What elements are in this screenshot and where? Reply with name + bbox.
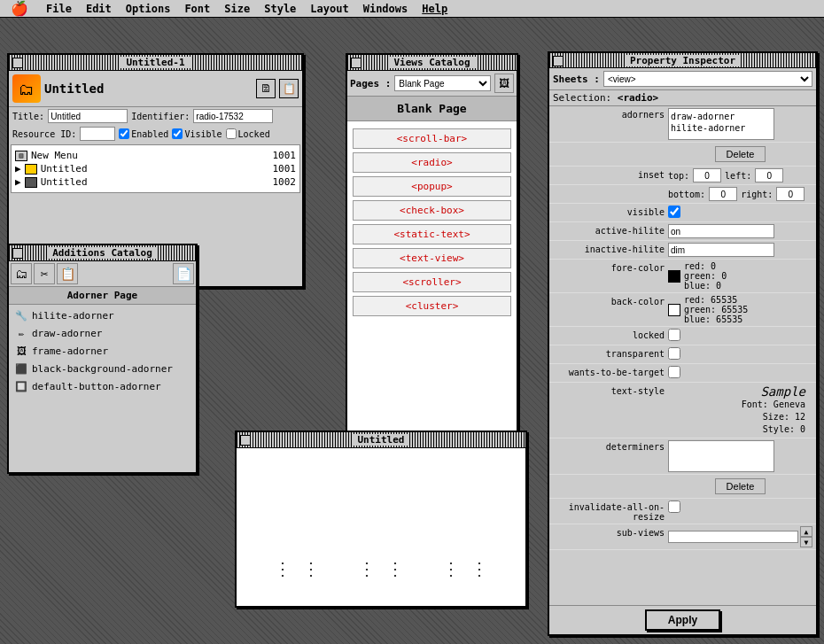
doc-btn-1[interactable]: 🖺: [256, 79, 276, 98]
visible-check[interactable]: [668, 206, 680, 218]
left-label: left:: [725, 171, 751, 181]
view-item[interactable]: <popup>: [353, 176, 511, 197]
delete-row: Delete: [549, 143, 816, 167]
adorners-value: draw-adorner hilite-adorner: [668, 108, 812, 140]
doc-btn-2[interactable]: 📋: [279, 79, 299, 98]
additions-catalog-titlebar[interactable]: Additions Catalog: [9, 245, 196, 261]
fore-red: red: 0: [684, 261, 727, 271]
identifier-input[interactable]: [193, 109, 273, 123]
subviews-down[interactable]: ▼: [800, 537, 812, 547]
dot-group-2: ⋮ ⋮: [358, 558, 404, 579]
menu-layout[interactable]: Layout: [303, 3, 355, 15]
text-style-row: text-style Sample Font: Geneva Size: 12 …: [549, 383, 816, 438]
determiners-box: [668, 440, 774, 472]
view-item[interactable]: <radio>: [353, 152, 511, 173]
additions-catalog-title: Additions Catalog: [47, 247, 158, 259]
selection-value: <radio>: [618, 92, 658, 104]
folder-filled-icon: [25, 177, 37, 188]
sample-text: Sample: [668, 384, 812, 399]
cat-btn-2[interactable]: ✂: [34, 263, 55, 284]
visible-label: visible: [553, 206, 668, 217]
subviews-up[interactable]: ▲: [800, 526, 812, 537]
sheets-select[interactable]: <view>: [603, 71, 812, 87]
left-input[interactable]: [755, 168, 783, 182]
tree-area: ▤ New Menu 1001 ▶ Untitled 1001 ▶ Untitl…: [11, 144, 300, 193]
adorner-icon: 🖼: [14, 344, 28, 358]
wants-target-row: wants-to-be-target: [549, 364, 816, 383]
title-input[interactable]: [48, 109, 128, 123]
fore-color-label: fore-color: [553, 261, 668, 273]
untitled1-titlebar[interactable]: Untitled-1: [9, 55, 302, 71]
delete2-button[interactable]: Delete: [715, 478, 766, 494]
transparent-check[interactable]: [668, 347, 680, 360]
folder-icon: [25, 164, 37, 175]
view-item[interactable]: <scroller>: [353, 272, 511, 292]
list-item: ⬛ black-background-adorner: [11, 360, 194, 377]
view-item[interactable]: <check-box>: [353, 200, 511, 221]
resource-id-input[interactable]: [80, 127, 115, 141]
property-inspector-titlebar[interactable]: Property Inspector: [549, 53, 816, 68]
locked-checkbox[interactable]: Locked: [226, 128, 270, 139]
back-green: green: 65535: [684, 305, 748, 314]
menu-style[interactable]: Style: [257, 3, 303, 15]
bottom-input[interactable]: [709, 187, 737, 201]
back-color-row: back-color red: 65535 green: 65535 blue:…: [549, 293, 816, 327]
bottom-label: bottom:: [668, 190, 705, 199]
wants-target-check[interactable]: [668, 366, 680, 378]
views-btn[interactable]: 🖼: [494, 74, 514, 93]
tree-item: ▶ Untitled 1001: [15, 162, 296, 175]
right-input[interactable]: [776, 187, 805, 201]
menu-windows[interactable]: Windows: [356, 3, 416, 15]
active-hilite-label: active-hilite: [553, 224, 668, 236]
wants-target-label: wants-to-be-target: [553, 366, 668, 377]
transparent-row: transparent: [549, 345, 816, 364]
invalidate-label: invalidate-all-on-resize: [553, 500, 668, 522]
inactive-hilite-label: inactive-hilite: [553, 243, 668, 254]
inactive-hilite-input[interactable]: [668, 243, 774, 257]
top-input[interactable]: [693, 168, 721, 182]
views-catalog-title: Views Catalog: [388, 57, 475, 68]
view-item[interactable]: <static-text>: [353, 224, 511, 244]
untitled-bottom-titlebar[interactable]: Untitled: [237, 432, 525, 448]
view-item[interactable]: <cluster>: [353, 296, 511, 316]
title-label: Title:: [12, 112, 44, 121]
menu-size[interactable]: Size: [217, 3, 257, 15]
back-color-swatch[interactable]: [668, 304, 680, 316]
fore-color-swatch[interactable]: [668, 270, 680, 283]
close-box[interactable]: [12, 58, 23, 68]
tree-item: ▤ New Menu 1001: [15, 149, 296, 162]
delete2-row: Delete: [549, 475, 816, 499]
menu-edit[interactable]: Edit: [79, 3, 119, 15]
menubar: 🍎 File Edit Options Font Size Style Layo…: [0, 0, 824, 18]
enabled-checkbox[interactable]: Enabled: [119, 128, 168, 139]
back-color-label: back-color: [553, 295, 668, 306]
active-hilite-input[interactable]: [668, 224, 774, 238]
invalidate-row: invalidate-all-on-resize: [549, 499, 816, 524]
close-box[interactable]: [240, 435, 251, 446]
apple-menu[interactable]: 🍎: [4, 0, 35, 17]
close-box[interactable]: [553, 56, 564, 66]
views-catalog-titlebar[interactable]: Views Catalog: [347, 55, 517, 71]
menu-help[interactable]: Help: [415, 3, 455, 15]
untitled-bottom-window: Untitled Windows Palette □ ⬜ ▣ ◻ ⬛ ▪ ◾ ◼…: [235, 431, 527, 608]
subviews-input[interactable]: [668, 531, 798, 543]
apply-button[interactable]: Apply: [645, 609, 720, 631]
inset-label: inset: [553, 168, 668, 180]
pages-select[interactable]: Blank Page: [394, 75, 491, 91]
menu-font[interactable]: Font: [177, 3, 217, 15]
close-box[interactable]: [351, 58, 361, 68]
view-item[interactable]: <text-view>: [353, 248, 511, 268]
visible-checkbox[interactable]: Visible: [172, 128, 222, 139]
menu-options[interactable]: Options: [119, 3, 178, 15]
invalidate-check[interactable]: [668, 500, 680, 513]
cat-btn-3[interactable]: 📋: [57, 263, 78, 284]
close-box[interactable]: [12, 248, 23, 259]
dots-area: ⋮ ⋮ ⋮ ⋮ ⋮ ⋮: [237, 540, 525, 597]
delete-button[interactable]: Delete: [715, 146, 766, 162]
menu-file[interactable]: File: [39, 3, 79, 15]
cat-btn-1[interactable]: 🗂: [11, 263, 32, 284]
title-row: Title: Identifier:: [9, 107, 302, 125]
view-item[interactable]: <scroll-bar>: [353, 128, 511, 149]
locked-check[interactable]: [668, 329, 680, 341]
cat-btn-4[interactable]: 📄: [173, 263, 194, 284]
